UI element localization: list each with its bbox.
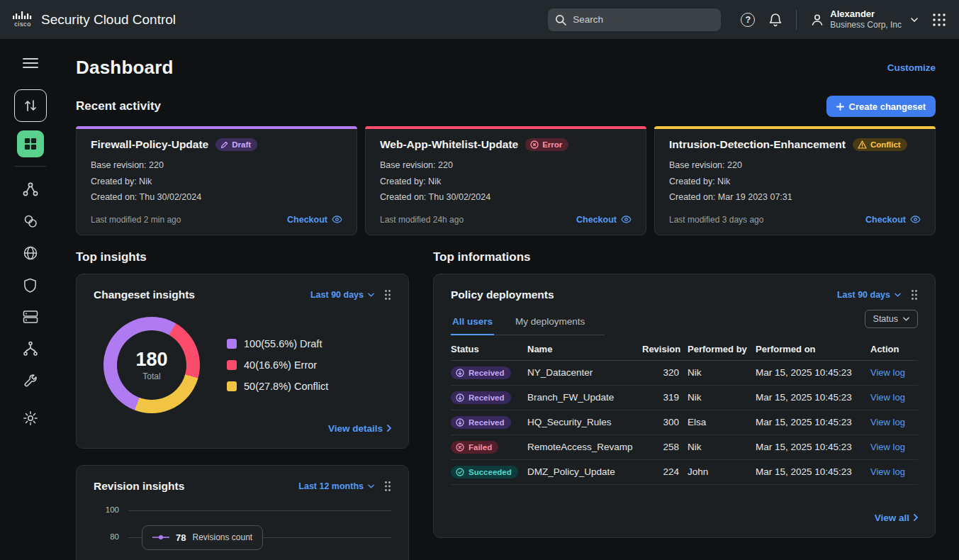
plus-icon: [836, 103, 844, 111]
sidebar-item-security[interactable]: [16, 271, 45, 299]
status-filter-dropdown[interactable]: Status: [865, 310, 918, 328]
checkout-button[interactable]: Checkout: [576, 215, 632, 225]
failed-icon: [456, 443, 464, 452]
view-log-link[interactable]: View log: [870, 417, 918, 427]
table-row: Failed RemoteAccess_Revamp 258 Nik Mar 1…: [451, 435, 918, 460]
performed-on: Mar 15, 2025 10:45:23: [756, 392, 862, 403]
panel-title: Changeset insights: [94, 289, 195, 301]
card-accent: [654, 126, 936, 129]
chevron-down-icon: [894, 293, 901, 297]
status-pill-received: Received: [451, 391, 511, 404]
chart-tooltip: 78 Revisions count: [142, 525, 263, 550]
page-title: Dashboard: [76, 57, 174, 79]
pipeline-icon: [23, 341, 38, 357]
legend-item: 40(16.6%) Error: [227, 359, 328, 371]
sidebar-item-objects[interactable]: [16, 207, 45, 235]
donut-center: 180 Total: [117, 330, 186, 400]
cisco-bars-icon: [13, 11, 33, 20]
app-switcher-button[interactable]: [932, 13, 946, 27]
range-dropdown[interactable]: Last 90 days: [310, 290, 374, 300]
sidebar-item-inventory[interactable]: [16, 303, 45, 331]
status-pill-failed: Failed: [451, 441, 498, 454]
objects-icon: [23, 214, 38, 228]
status-badge: Draft: [215, 138, 257, 151]
deployments-table: Status Name Revision Performed by Perfor…: [451, 338, 918, 485]
top-insights-heading: Top insights: [76, 250, 409, 264]
changeset-meta: Base revision: 220 Created by: Nik Creat…: [380, 157, 632, 206]
revision-chart: 100 80 78 Revisions count: [94, 504, 391, 560]
help-button[interactable]: ?: [741, 13, 755, 27]
tab-all-users[interactable]: All users: [451, 310, 494, 335]
received-icon: [456, 393, 464, 402]
changeset-card-conflict: Intrusion-Detection-Enhancement Conflict…: [654, 126, 936, 235]
performed-by: John: [688, 466, 747, 477]
succeeded-icon: [456, 468, 464, 476]
sidebar-item-topology[interactable]: [16, 175, 45, 203]
sidebar-item-dashboard[interactable]: [17, 130, 44, 157]
drag-handle-icon[interactable]: [911, 289, 918, 301]
app-title: Security Cloud Control: [41, 12, 176, 28]
performed-on: Mar 15, 2025 10:45:23: [756, 367, 862, 378]
notifications-button[interactable]: [769, 13, 782, 27]
topbar-actions: ? Alexander Business Corp, Inc: [741, 9, 946, 30]
sidebar-item-global[interactable]: [16, 239, 45, 267]
sidebar-item-settings[interactable]: [16, 404, 45, 432]
gear-icon: [23, 410, 38, 426]
sidebar-item-tools[interactable]: [16, 366, 45, 395]
y-axis-tick: 100: [94, 505, 119, 514]
table-row: Received HQ_Security_Rules 300 Elsa Mar …: [451, 410, 918, 435]
view-details-button[interactable]: View details: [328, 423, 391, 434]
create-changeset-button[interactable]: Create changeset: [826, 96, 936, 117]
panel-title: Revision insights: [94, 480, 184, 493]
view-log-link[interactable]: View log: [870, 367, 918, 378]
performed-on: Mar 15, 2025 10:45:23: [756, 417, 862, 427]
tab-my-deployments[interactable]: My deployments: [514, 310, 586, 335]
chevron-down-icon: [368, 484, 374, 488]
view-all-button[interactable]: View all: [875, 513, 918, 523]
view-log-link[interactable]: View log: [870, 442, 918, 452]
table-row: Received NY_Datacenter 320 Nik Mar 15, 2…: [451, 361, 918, 386]
changeset-donut: 180 Total: [103, 317, 200, 413]
search-bar[interactable]: [548, 9, 721, 31]
eye-icon: [910, 215, 921, 223]
table-row: Received Branch_FW_Update 319 Nik Mar 15…: [451, 386, 918, 410]
changeset-meta: Base revision: 220 Created by: Nik Creat…: [91, 157, 342, 206]
deployment-revision: 320: [642, 367, 679, 378]
deployment-name: NY_Datacenter: [527, 367, 634, 378]
search-icon: [555, 14, 566, 26]
deployments-tabs: All users My deployments: [451, 310, 605, 335]
menu-toggle-button[interactable]: [16, 49, 45, 77]
chevron-down-icon: [368, 293, 374, 297]
user-menu[interactable]: Alexander Business Corp, Inc: [811, 9, 918, 30]
sidebar-item-deployments[interactable]: [16, 335, 45, 363]
user-org: Business Corp, Inc: [830, 20, 902, 30]
checkout-button[interactable]: Checkout: [865, 215, 921, 225]
tooltip-value: 78: [176, 532, 186, 543]
checkout-button[interactable]: Checkout: [287, 215, 342, 225]
divider: [796, 10, 797, 30]
search-input[interactable]: [573, 14, 714, 25]
sidebar-item-changesets[interactable]: [14, 89, 47, 122]
chevron-down-icon: [911, 18, 918, 22]
donut-total: 180: [135, 349, 167, 371]
deployment-name: HQ_Security_Rules: [527, 417, 634, 427]
received-icon: [456, 418, 464, 427]
legend-swatch: [227, 360, 237, 370]
range-dropdown[interactable]: Last 90 days: [837, 290, 901, 300]
drag-handle-icon[interactable]: [384, 481, 391, 492]
view-log-link[interactable]: View log: [870, 392, 918, 403]
deployment-revision: 319: [642, 392, 679, 403]
status-pill-received: Received: [451, 366, 511, 379]
view-log-link[interactable]: View log: [870, 466, 918, 477]
drag-handle-icon[interactable]: [384, 289, 391, 301]
apps-grid-icon: [932, 13, 946, 27]
server-icon: [23, 310, 38, 324]
donut-total-label: Total: [142, 371, 160, 381]
customize-button[interactable]: Customize: [887, 62, 936, 73]
chevron-down-icon: [903, 317, 909, 321]
sidebar: [0, 39, 60, 560]
last-modified: Last modified 2 min ago: [91, 215, 181, 225]
deployment-name: Branch_FW_Update: [527, 392, 634, 403]
range-dropdown[interactable]: Last 12 months: [298, 481, 374, 491]
main-content: Dashboard Customize Recent activity Crea…: [60, 39, 959, 560]
